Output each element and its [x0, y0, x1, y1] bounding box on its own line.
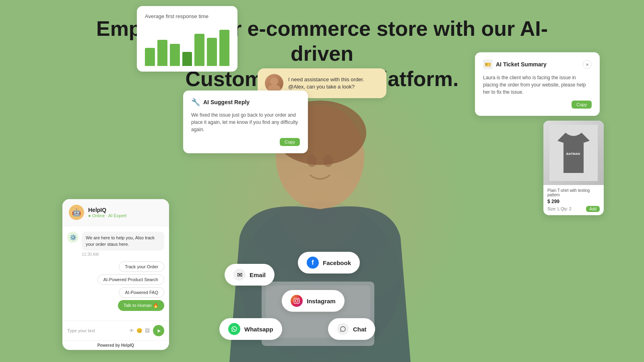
chat-avatar: 🤖 [69, 205, 84, 220]
email-label: Email [250, 272, 266, 278]
chart-title: Average first response time [145, 13, 229, 19]
powered-by: Powered by HelpIQ [62, 340, 169, 350]
suggest-title: AI Suggest Reply [203, 99, 250, 105]
faq-button[interactable]: AI-Powered FAQ [119, 287, 164, 298]
instagram-label: Instagram [307, 298, 336, 304]
bar-2 [157, 40, 167, 66]
chat-channel-label: Chat [353, 326, 366, 333]
bar-3 [170, 44, 180, 66]
track-order-button[interactable]: Track your Order [119, 261, 164, 272]
svg-point-10 [307, 155, 317, 167]
instagram-icon [291, 295, 303, 307]
bar-1 [145, 48, 155, 66]
talk-human-button[interactable]: Talk to Human 🔥 [118, 300, 164, 311]
bot-message-text: We are here to help you, Also track your… [82, 232, 164, 251]
svg-text:BATMAN: BATMAN [566, 152, 580, 156]
suggest-text: We fixed the issue just go back to your … [191, 111, 300, 133]
chat-input[interactable]: Type your text [67, 328, 126, 333]
chat-widget: 🤖 HelpIQ ● Online · AI Expert ⚙️ We are … [62, 199, 169, 350]
instagram-badge[interactable]: Instagram [282, 290, 345, 312]
message-time: 11:30 AM [82, 252, 164, 257]
ticket-summary-card: 🎫 AI Ticket Summary × Laura is the clien… [475, 52, 600, 116]
email-badge[interactable]: ✉ Email [225, 264, 275, 286]
svg-point-5 [295, 300, 298, 302]
suggest-copy-button[interactable]: Copy [280, 138, 300, 146]
product-image: BATMAN [543, 121, 604, 185]
avatar [265, 74, 283, 93]
bar-7 [219, 30, 229, 66]
send-button[interactable]: ➤ [153, 325, 164, 336]
chat-badge[interactable]: Chat [328, 318, 375, 340]
suggest-icon: 🔧 [191, 98, 200, 107]
svg-point-11 [323, 155, 333, 167]
product-search-button[interactable]: AI-Powered Product Search [97, 274, 164, 285]
add-to-cart-button[interactable]: Add [586, 206, 600, 212]
svg-point-6 [298, 299, 299, 300]
image-icon: 🖼 [145, 328, 150, 333]
user-query-text: I need assistance with this order. @Alex… [288, 76, 379, 90]
chat-channel-icon [337, 323, 349, 335]
ticket-copy-button[interactable]: Copy [572, 101, 592, 109]
ticket-title: AI Ticket Summary [496, 61, 547, 68]
chat-status: ● Online · AI Expert [88, 213, 126, 218]
whatsapp-badge[interactable]: Whatsapp [219, 318, 282, 340]
bar-5 [194, 34, 204, 66]
facebook-icon: f [307, 257, 319, 269]
product-card: BATMAN Plain T-shirt with texting patter… [543, 121, 604, 215]
facebook-label: Facebook [323, 259, 351, 266]
svg-point-0 [270, 77, 278, 85]
product-name: Plain T-shirt with texting pattern [547, 188, 600, 197]
chart-bars [145, 26, 229, 66]
product-details: Size: L Qty: 2 [547, 207, 572, 211]
svg-rect-4 [294, 298, 299, 303]
chart-card: Average first response time [137, 6, 237, 72]
eye-icon: 👁 [129, 328, 134, 333]
email-icon: ✉ [233, 269, 246, 281]
bot-icon: ⚙️ [67, 232, 78, 243]
ticket-icon: 🎫 [483, 60, 493, 69]
emoji-icon: 😊 [136, 328, 142, 333]
ticket-body: Laura is the client who is facing the is… [483, 74, 592, 96]
product-price: $ 299 [547, 199, 559, 204]
whatsapp-label: Whatsapp [244, 326, 273, 333]
bar-6 [207, 38, 217, 66]
whatsapp-icon [228, 323, 240, 335]
facebook-badge[interactable]: f Facebook [298, 252, 360, 274]
close-button[interactable]: × [583, 60, 592, 69]
bar-4 [182, 52, 192, 66]
chat-bot-name: HelpIQ [88, 207, 126, 213]
suggest-reply-card: 🔧 AI Suggest Reply We fixed the issue ju… [183, 90, 308, 153]
